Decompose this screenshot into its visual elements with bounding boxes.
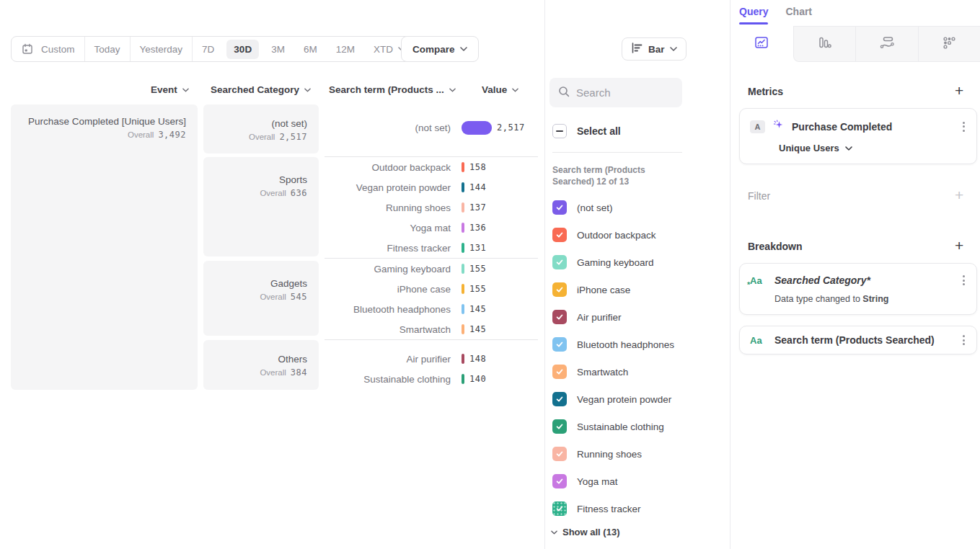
legend-item-fitness-tracker[interactable]: Fitness tracker (552, 495, 718, 522)
date-range-yesterday[interactable]: Yesterday (131, 37, 193, 61)
legend-checkbox[interactable] (552, 310, 567, 324)
date-range-label: XTD (374, 44, 393, 55)
chart-type-tabs (730, 26, 980, 62)
show-all-button[interactable]: Show all (13) (551, 527, 619, 537)
legend-item-outdoor-backpack[interactable]: Outdoor backpack (552, 221, 718, 249)
chart-tab-flows[interactable] (855, 26, 918, 62)
metric-card[interactable]: A Purchase Completed Unique Users (739, 108, 977, 164)
date-range-30d[interactable]: 30D (224, 37, 262, 61)
chart-tab-insights[interactable] (730, 26, 793, 62)
kebab-menu-icon[interactable] (961, 120, 966, 133)
add-metric-button[interactable]: + (955, 84, 963, 98)
kebab-menu-icon[interactable] (961, 334, 966, 347)
legend-item-label: Air purifier (577, 312, 622, 323)
legend-checkbox[interactable] (552, 501, 567, 516)
legend-checkbox[interactable] (552, 447, 567, 461)
legend-checkbox[interactable] (552, 392, 567, 406)
kebab-menu-icon[interactable] (961, 274, 966, 287)
category-card-gadgets[interactable]: GadgetsOverall545 (203, 261, 319, 336)
legend-item-bluetooth-headphones[interactable]: Bluetooth headphones (552, 331, 718, 358)
term-row-smartwatch[interactable]: Smartwatch145 (325, 319, 538, 339)
date-range-6m[interactable]: 6M (294, 37, 327, 61)
legend-group-label-line2: Searched) 12 of 13 (552, 176, 645, 187)
date-range-label: 3M (271, 44, 285, 55)
term-row-outdoor-backpack[interactable]: Outdoor backpack158 (325, 157, 538, 177)
term-row-sustainable-clothing[interactable]: Sustainable clothing140 (325, 369, 538, 389)
term-row-not-set[interactable]: (not set)2,517 (325, 117, 538, 138)
chart-tab-retention[interactable] (918, 26, 980, 62)
column-header-event[interactable]: Event (151, 84, 189, 95)
term-row-yoga-mat[interactable]: Yoga mat136 (325, 218, 538, 238)
legend-checkbox[interactable] (552, 228, 567, 242)
chart-type-select[interactable]: Bar (622, 37, 687, 61)
category-card-sports[interactable]: SportsOverall636 (203, 157, 319, 256)
chevron-down-icon (460, 47, 467, 51)
value-number: 137 (469, 202, 486, 213)
value-number: 155 (469, 264, 486, 274)
legend-item-label: Vegan protein powder (577, 394, 671, 405)
category-card-others[interactable]: OthersOverall384 (203, 340, 319, 390)
term-value: 137 (462, 202, 486, 213)
column-header-value[interactable]: Value (482, 84, 518, 95)
date-range-3m[interactable]: 3M (262, 37, 294, 61)
tab-chart[interactable]: Chart (785, 6, 812, 23)
select-all-checkbox[interactable] (552, 124, 567, 138)
term-row-running-shoes[interactable]: Running shoes137 (325, 197, 538, 218)
term-row-fitness-tracker[interactable]: Fitness tracker131 (325, 238, 538, 258)
value-number: 140 (469, 374, 486, 384)
legend-item-air-purifier[interactable]: Air purifier (552, 303, 718, 331)
add-breakdown-button[interactable]: + (955, 238, 963, 253)
select-all-row[interactable]: Select all (552, 124, 621, 138)
term-row-iphone-case[interactable]: iPhone case155 (325, 279, 538, 299)
date-range-12m[interactable]: 12M (327, 37, 364, 61)
flows-icon (879, 35, 895, 53)
column-header-searched-category[interactable]: Searched Category (211, 84, 311, 95)
breakdown-title: Searched Category* (774, 274, 954, 286)
legend-item-yoga-mat[interactable]: Yoga mat (552, 468, 718, 495)
term-row-gaming-keyboard[interactable]: Gaming keyboard155 (325, 259, 538, 279)
search-input[interactable] (576, 86, 670, 99)
date-range-label: Yesterday (140, 44, 183, 55)
legend-item-gaming-keyboard[interactable]: Gaming keyboard (552, 249, 718, 276)
divider (552, 152, 682, 153)
date-range-7d[interactable]: 7D (193, 37, 224, 61)
compare-button[interactable]: Compare (401, 36, 479, 62)
legend-checkbox[interactable] (552, 474, 567, 488)
legend-item-smartwatch[interactable]: Smartwatch (552, 358, 718, 385)
chevron-down-icon (512, 88, 518, 92)
term-row-air-purifier[interactable]: Air purifier148 (325, 349, 538, 369)
legend-item-not-set[interactable]: (not set) (552, 194, 718, 221)
breakdown-title: Search term (Products Searched) (774, 334, 954, 346)
legend-item-vegan-protein-powder[interactable]: Vegan protein powder (552, 385, 718, 413)
legend-item-sustainable-clothing[interactable]: Sustainable clothing (552, 413, 718, 440)
legend-checkbox[interactable] (552, 255, 567, 269)
tab-query[interactable]: Query (739, 6, 768, 23)
term-value: 140 (462, 374, 486, 384)
value-tick (462, 304, 464, 314)
date-range-picker: CustomTodayYesterday7D30D3M6M12MXTD (11, 36, 415, 62)
column-header-search-term[interactable]: Search term (Products ... (329, 84, 456, 95)
legend-checkbox[interactable] (552, 419, 567, 434)
breakdown-card-1[interactable]: Aa*Searched Category*Data type changed t… (739, 263, 977, 315)
date-range-today[interactable]: Today (85, 37, 131, 61)
term-row-bluetooth-headphones[interactable]: Bluetooth headphones145 (325, 299, 538, 319)
category-overall: Overall384 (260, 367, 307, 378)
aggregation-select[interactable]: Unique Users (779, 143, 966, 153)
date-range-custom[interactable]: Custom (12, 37, 85, 61)
value-tick (462, 264, 464, 274)
legend-item-iphone-case[interactable]: iPhone case (552, 276, 718, 303)
legend-checkbox[interactable] (552, 282, 567, 297)
add-filter-button[interactable]: + (955, 188, 963, 202)
category-card-not-set[interactable]: (not set)Overall2,517 (203, 104, 319, 153)
legend-item-running-shoes[interactable]: Running shoes (552, 440, 718, 468)
legend-checkbox[interactable] (552, 337, 567, 352)
breakdown-card-2[interactable]: AaSearch term (Products Searched) (739, 326, 977, 354)
chart-tab-funnels[interactable] (793, 26, 856, 62)
overall-label: Overall (249, 133, 275, 141)
event-card[interactable]: Purchase Completed [Unique Users] Overal… (11, 104, 198, 390)
legend-checkbox[interactable] (552, 200, 567, 215)
term-row-vegan-protein-powder[interactable]: Vegan protein powder144 (325, 177, 538, 197)
legend-checkbox[interactable] (552, 365, 567, 379)
term-label: (not set) (325, 122, 462, 133)
value-number: 148 (469, 354, 486, 364)
